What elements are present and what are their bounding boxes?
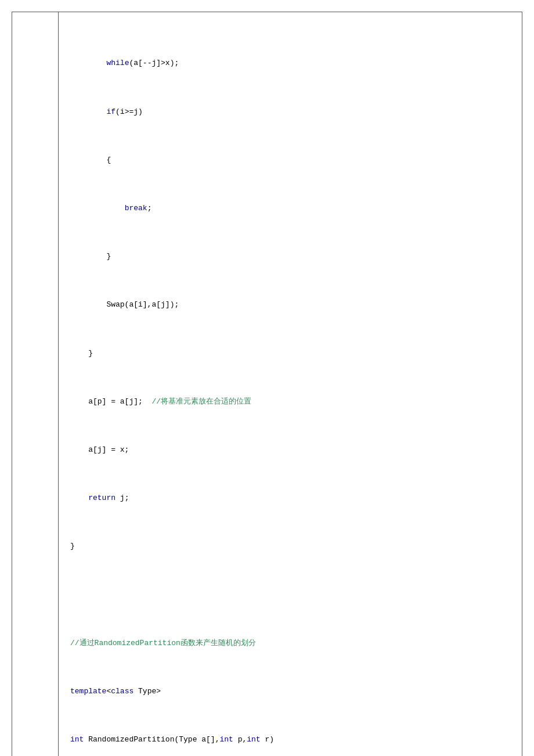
keyword-if: if: [106, 107, 116, 116]
code-line-while: while(a[--j]>x);: [70, 57, 510, 70]
comment-ap: //将基准元素放在合适的位置: [151, 397, 251, 406]
code-line-brace4: }: [70, 541, 510, 553]
code-line-ap: a[p] = a[j]; //将基准元素放在合适的位置: [70, 396, 510, 408]
comment-randomized: //通过RandomizedPartition函数来产生随机的划分: [70, 639, 256, 647]
code-line-brace3: }: [70, 348, 510, 360]
page-wrapper: while(a[--j]>x); if(i>=j) { break; } Swa…: [0, 0, 534, 756]
code-line-if: if(i>=j): [70, 106, 510, 118]
keyword-break: break: [125, 204, 147, 213]
keyword-int2: int: [219, 735, 233, 744]
code-line-aj: a[j] = x;: [70, 444, 510, 456]
code-line-brace2: }: [70, 251, 510, 263]
code-line-break: break;: [70, 203, 510, 215]
code-line-comment: //通过RandomizedPartition函数来产生随机的划分: [70, 638, 510, 650]
main-table: while(a[--j]>x); if(i>=j) { break; } Swa…: [12, 12, 522, 756]
code-line-brace1: {: [70, 154, 510, 167]
keyword-template: template: [70, 687, 106, 696]
code-line-swap1: Swap(a[i],a[j]);: [70, 299, 510, 311]
code-line-blank: [70, 589, 510, 601]
code-block: while(a[--j]>x); if(i>=j) { break; } Swa…: [70, 21, 510, 756]
keyword-while: while: [106, 59, 129, 67]
code-line-template: template<class Type>: [70, 686, 510, 698]
keyword-int1: int: [70, 735, 84, 744]
code-line-funcsig: int RandomizedPartition(Type a[],int p,i…: [70, 734, 510, 746]
code-content-cell: while(a[--j]>x); if(i>=j) { break; } Swa…: [59, 12, 522, 757]
code-label-cell: [12, 12, 59, 757]
keyword-class: class: [111, 687, 134, 696]
code-line-return-j: return j;: [70, 492, 510, 505]
keyword-int3: int: [247, 735, 260, 744]
keyword-return1: return: [88, 494, 116, 502]
code-row: while(a[--j]>x); if(i>=j) { break; } Swa…: [12, 12, 522, 757]
